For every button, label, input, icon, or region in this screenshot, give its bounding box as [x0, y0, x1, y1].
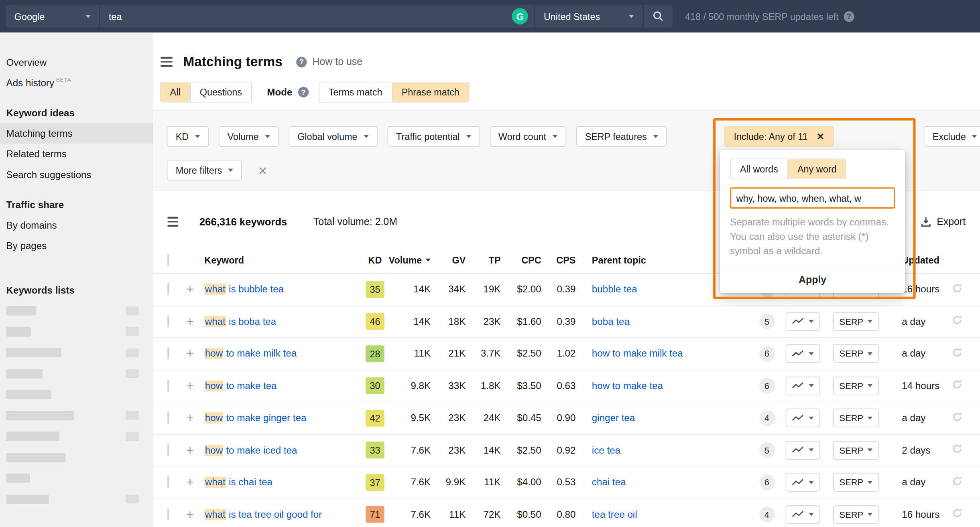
row-checkbox[interactable]	[167, 380, 169, 392]
trend-dropdown-button[interactable]	[786, 312, 820, 331]
col-cps[interactable]: CPS	[541, 255, 576, 265]
filter-serp-features[interactable]: SERP features	[576, 126, 667, 147]
serp-dropdown-button[interactable]: SERP	[833, 441, 879, 460]
include-words-input[interactable]	[730, 187, 895, 209]
serp-dropdown-button[interactable]: SERP	[833, 345, 879, 363]
sidebar-item-by-pages[interactable]: By pages	[0, 235, 153, 256]
sidebar-item-related-terms[interactable]: Related terms	[0, 144, 153, 164]
apply-button[interactable]: Apply	[720, 267, 905, 293]
parent-topic-link[interactable]: tea tree oil	[592, 509, 748, 520]
mode-tab-phrase-match[interactable]: Phrase match	[392, 83, 469, 102]
filter-global-volume[interactable]: Global volume	[289, 126, 377, 147]
search-engine-select[interactable]: Google	[6, 5, 99, 27]
keyword-link[interactable]: how to make iced tea	[204, 444, 359, 456]
add-keyword-icon[interactable]	[186, 346, 194, 361]
parent-topic-link[interactable]: how to make tea	[592, 380, 748, 391]
add-keyword-icon[interactable]	[186, 507, 194, 521]
row-checkbox[interactable]	[167, 508, 169, 520]
col-kd[interactable]: KD	[360, 255, 391, 265]
filter-traffic-potential[interactable]: Traffic potential	[387, 126, 480, 147]
refresh-button[interactable]	[952, 510, 962, 520]
col-updated[interactable]: Updated	[902, 255, 952, 265]
include-tab-all-words[interactable]: All words	[731, 159, 788, 178]
add-keyword-icon[interactable]	[186, 282, 194, 296]
refresh-button[interactable]	[952, 381, 962, 391]
sidebar-item-by-domains[interactable]: By domains	[0, 215, 153, 235]
sidebar-item-overview[interactable]: Overview	[0, 52, 153, 72]
trend-dropdown-button[interactable]	[786, 441, 820, 460]
keywords-list-item[interactable]	[0, 321, 153, 342]
add-keyword-icon[interactable]	[186, 378, 194, 393]
search-button[interactable]	[644, 5, 673, 27]
sidebar-item-matching-terms[interactable]: Matching terms	[0, 123, 153, 144]
keywords-list-item[interactable]	[0, 363, 153, 384]
col-gv[interactable]: GV	[431, 255, 466, 265]
serp-dropdown-button[interactable]: SERP	[833, 473, 879, 492]
list-options-icon[interactable]	[167, 217, 178, 227]
parent-topic-link[interactable]: how to make milk tea	[592, 348, 748, 359]
keyword-link[interactable]: how to make milk tea	[204, 348, 359, 359]
row-checkbox[interactable]	[167, 315, 169, 327]
select-all-checkbox[interactable]	[167, 254, 169, 266]
col-keyword[interactable]: Keyword	[204, 255, 359, 265]
trend-dropdown-button[interactable]	[786, 345, 820, 363]
mode-tab-terms-match[interactable]: Terms match	[319, 83, 391, 102]
keyword-link[interactable]: what is boba tea	[204, 316, 359, 327]
refresh-button[interactable]	[952, 478, 962, 488]
filter-kd[interactable]: KD	[167, 126, 209, 147]
sidebar-item-ads-history[interactable]: Ads historyBETA	[0, 73, 153, 93]
close-icon[interactable]	[817, 130, 824, 142]
serp-dropdown-button[interactable]: SERP	[833, 409, 879, 428]
tab-all[interactable]: All	[161, 83, 190, 102]
refresh-button[interactable]	[952, 285, 962, 295]
trend-dropdown-button[interactable]	[786, 473, 820, 492]
refresh-button[interactable]	[952, 413, 962, 424]
add-keyword-icon[interactable]	[186, 443, 194, 457]
clear-filters-icon[interactable]	[258, 163, 267, 178]
keywords-list-item[interactable]	[0, 342, 153, 363]
keyword-link[interactable]: what is tea tree oil good for	[204, 509, 359, 520]
keywords-list-item[interactable]	[0, 426, 153, 447]
parent-topic-link[interactable]: boba tea	[592, 316, 748, 327]
include-filter-chip[interactable]: Include: Any of 11	[724, 126, 834, 147]
trend-dropdown-button[interactable]	[786, 505, 820, 524]
keywords-list-item[interactable]	[0, 384, 153, 405]
refresh-button[interactable]	[952, 446, 962, 456]
add-keyword-icon[interactable]	[186, 411, 194, 425]
keyword-link[interactable]: what is bubble tea	[204, 284, 359, 295]
row-checkbox[interactable]	[167, 412, 169, 424]
keywords-list-item[interactable]	[0, 468, 153, 488]
keyword-search-input[interactable]	[108, 10, 476, 22]
serp-dropdown-button[interactable]: SERP	[833, 505, 879, 524]
keyword-link[interactable]: how to make tea	[204, 380, 359, 391]
help-icon[interactable]	[298, 87, 308, 97]
col-volume[interactable]: Volume	[390, 255, 431, 265]
exclude-filter-chip[interactable]: Exclude	[924, 126, 980, 147]
menu-icon[interactable]	[161, 57, 173, 67]
keywords-list-item[interactable]	[0, 489, 153, 510]
parent-topic-link[interactable]: ginger tea	[592, 412, 748, 424]
serp-dropdown-button[interactable]: SERP	[833, 377, 879, 395]
more-filters-chip[interactable]: More filters	[167, 160, 242, 180]
export-button[interactable]: Export	[921, 216, 966, 227]
filter-word-count[interactable]: Word count	[490, 126, 566, 147]
keyword-link[interactable]: what is chai tea	[204, 477, 359, 488]
parent-topic-link[interactable]: chai tea	[592, 477, 748, 488]
row-checkbox[interactable]	[167, 476, 169, 488]
refresh-button[interactable]	[952, 349, 962, 359]
filter-volume[interactable]: Volume	[219, 126, 279, 147]
col-cpc[interactable]: CPC	[500, 255, 541, 265]
add-keyword-icon[interactable]	[186, 475, 194, 489]
keywords-list-item[interactable]	[0, 300, 153, 321]
col-tp[interactable]: TP	[466, 255, 500, 265]
keywords-list-item[interactable]	[0, 405, 153, 426]
sidebar-item-search-suggestions[interactable]: Search suggestions	[0, 164, 153, 185]
row-checkbox[interactable]	[167, 283, 169, 295]
parent-topic-link[interactable]: ice tea	[592, 444, 748, 456]
country-select[interactable]: United States	[535, 5, 642, 27]
trend-dropdown-button[interactable]	[786, 409, 820, 428]
help-icon[interactable]	[844, 11, 854, 21]
row-checkbox[interactable]	[167, 347, 169, 359]
keywords-list-item[interactable]	[0, 447, 153, 468]
trend-dropdown-button[interactable]	[786, 377, 820, 395]
